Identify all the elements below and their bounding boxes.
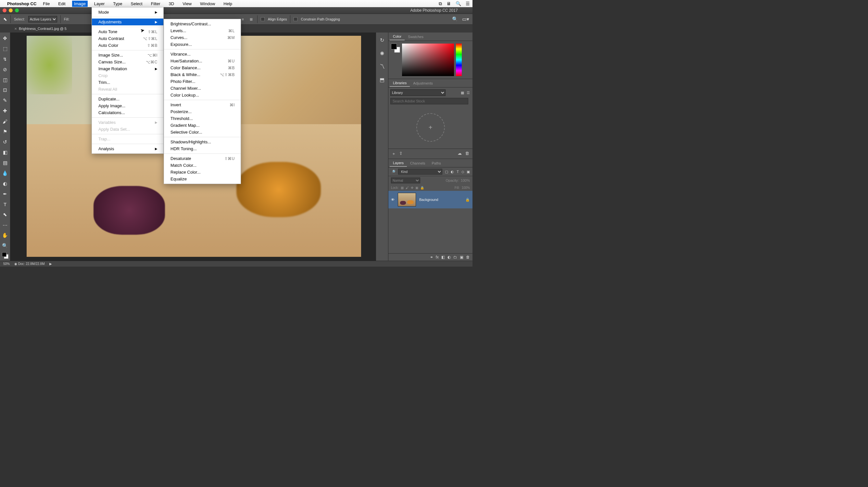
adjust-menu-gradient-map[interactable]: Gradient Map... [164, 122, 241, 129]
layer-lock-icon[interactable]: 🔒 [465, 198, 470, 202]
hue-slider[interactable] [456, 44, 462, 76]
document-tab[interactable]: ✕ Brightness_Contrast1.jpg @ 5 [10, 25, 70, 32]
adjust-menu-black-white[interactable]: Black & White...⌥⇧⌘B [164, 71, 241, 78]
opacity-value[interactable]: 100% [461, 178, 470, 182]
adjust-menu-shadows-highlights[interactable]: Shadows/Highlights... [164, 139, 241, 145]
move-tool-icon[interactable]: ✥ [1, 34, 9, 42]
fx-icon[interactable]: fx [436, 255, 439, 259]
trash-icon[interactable]: 🗑 [465, 151, 469, 157]
minimize-window-button[interactable] [9, 8, 13, 12]
new-layer-icon[interactable]: ▣ [460, 255, 463, 259]
lock-transparent-icon[interactable]: ▦ [401, 186, 404, 190]
lock-position-icon[interactable]: ✥ [411, 186, 413, 190]
screen-mirror-icon[interactable]: ⧉ [439, 1, 442, 6]
paths-tab[interactable]: Paths [429, 160, 444, 167]
gradient-tool-icon[interactable]: ▤ [1, 159, 9, 167]
layer-row-background[interactable]: 👁 Background 🔒 [389, 191, 472, 208]
library-drop-zone[interactable]: + [389, 106, 472, 149]
doc-info[interactable]: ◉ Doc: 22.8M/22.8M [14, 262, 45, 266]
adjust-menu-color-balance[interactable]: Color Balance...⌘B [164, 64, 241, 71]
color-field[interactable] [402, 44, 454, 76]
crop-tool-icon[interactable]: ◫ [1, 76, 9, 84]
search-icon[interactable]: 🔍 [452, 16, 458, 22]
image-menu-calculations[interactable]: Calculations... [92, 109, 163, 116]
workspace-icon[interactable]: ▭▾ [462, 16, 469, 22]
menu-image[interactable]: Image [72, 1, 88, 7]
filter-smart-icon[interactable]: ▣ [467, 170, 470, 174]
select-layers-dropdown[interactable]: Active Layers [28, 16, 57, 23]
list-view-icon[interactable]: ☰ [467, 91, 470, 95]
add-asset-icon[interactable]: + [416, 113, 445, 142]
color-tab[interactable]: Color [390, 33, 405, 40]
history-panel-icon[interactable]: ↻ [380, 37, 384, 43]
image-menu-apply-image[interactable]: Apply Image... [92, 103, 163, 109]
visibility-eye-icon[interactable]: 👁 [391, 198, 395, 202]
library-select[interactable]: Library [390, 89, 445, 96]
menu-filter[interactable]: Filter [149, 1, 162, 7]
image-menu-adjustments[interactable]: Adjustments▶ [92, 19, 163, 25]
menu-edit[interactable]: Edit [56, 1, 67, 7]
path-select-tool-icon[interactable]: ⬉ [1, 211, 9, 219]
hand-tool-icon[interactable]: ✋ [1, 231, 9, 239]
filter-image-icon[interactable]: ▢ [445, 170, 448, 174]
adjust-menu-match-color[interactable]: Match Color... [164, 162, 241, 169]
display-icon[interactable]: 🖥 [446, 1, 451, 6]
adjust-menu-selective-color[interactable]: Selective Color... [164, 129, 241, 136]
frame-tool-icon[interactable]: ⊡ [1, 86, 9, 94]
adjustment-layer-icon[interactable]: ◐ [447, 255, 451, 259]
history-brush-tool-icon[interactable]: ↺ [1, 138, 9, 146]
image-menu-analysis[interactable]: Analysis▶ [92, 145, 163, 152]
adjustments-tab[interactable]: Adjustments [410, 80, 436, 86]
color-fgbg-swatch[interactable] [391, 44, 400, 53]
adjust-menu-equalize[interactable]: Equalize [164, 176, 241, 182]
dodge-tool-icon[interactable]: ◐ [1, 180, 9, 188]
layer-thumbnail[interactable] [398, 193, 416, 206]
image-menu-duplicate[interactable]: Duplicate... [92, 95, 163, 103]
lock-image-icon[interactable]: 🖌 [406, 186, 409, 190]
adjust-menu-color-lookup[interactable]: Color Lookup... [164, 92, 241, 98]
foreground-background-swatch[interactable] [2, 252, 8, 259]
menu-help[interactable]: Help [221, 1, 234, 7]
image-menu-mode[interactable]: Mode▶ [92, 9, 163, 16]
zoom-window-button[interactable] [15, 8, 19, 12]
adjust-menu-desaturate[interactable]: Desaturate⇧⌘U [164, 155, 241, 162]
image-menu-auto-contrast[interactable]: Auto Contrast⌥⇧⌘L [92, 35, 163, 42]
adjust-menu-exposure[interactable]: Exposure... [164, 41, 241, 48]
status-arrow-icon[interactable]: ▶ [49, 262, 52, 266]
image-menu-image-rotation[interactable]: Image Rotation▶ [92, 65, 163, 72]
close-window-button[interactable] [3, 8, 6, 12]
adjust-menu-levels[interactable]: Levels...⌘L [164, 27, 241, 34]
blend-mode-select[interactable]: Normal [391, 177, 420, 183]
close-tab-icon[interactable]: ✕ [14, 27, 17, 31]
add-content-icon[interactable]: ＋ [392, 151, 396, 157]
delete-layer-icon[interactable]: 🗑 [466, 255, 470, 259]
filter-type-icon[interactable]: T [457, 170, 459, 174]
grid-view-icon[interactable]: ▦ [461, 91, 464, 95]
menu-view[interactable]: View [181, 1, 193, 7]
spot-heal-tool-icon[interactable]: ✚ [1, 107, 9, 115]
adjust-menu-brightness-contrast[interactable]: Brightness/Contrast... [164, 21, 241, 27]
library-search[interactable] [390, 98, 468, 104]
menu-window[interactable]: Window [198, 1, 217, 7]
menu-layer[interactable]: Layer [92, 1, 107, 7]
link-layers-icon[interactable]: ⚭ [430, 255, 433, 259]
group-icon[interactable]: 🗀 [453, 255, 457, 259]
image-menu-image-size[interactable]: Image Size...⌥⌘I [92, 52, 163, 59]
adjust-menu-channel-mixer[interactable]: Channel Mixer... [164, 85, 241, 92]
image-menu-auto-tone[interactable]: Auto Tone⇧⌘L [92, 28, 163, 35]
ellipsis-tool-icon[interactable]: ⋯ [1, 221, 9, 229]
clone-stamp-tool-icon[interactable]: ⚑ [1, 128, 9, 136]
eyedropper-tool-icon[interactable]: ✎ [1, 96, 9, 104]
layer-comps-icon[interactable]: ⬒ [380, 77, 384, 83]
image-menu-auto-color[interactable]: Auto Color⇧⌘B [92, 42, 163, 49]
filter-shape-icon[interactable]: ◇ [461, 170, 464, 174]
brush-tool-icon[interactable]: 🖌 [1, 117, 9, 125]
adjust-menu-replace-color[interactable]: Replace Color... [164, 169, 241, 176]
adjust-menu-hdr-toning[interactable]: HDR Toning... [164, 145, 241, 152]
app-name[interactable]: Photoshop CC [7, 1, 36, 6]
eraser-tool-icon[interactable]: ◧ [1, 149, 9, 156]
marquee-tool-icon[interactable]: ⬚ [1, 45, 9, 53]
adjust-menu-threshold[interactable]: Threshold... [164, 115, 241, 122]
image-menu-trim[interactable]: Trim... [92, 79, 163, 86]
constrain-checkbox[interactable] [293, 17, 298, 21]
